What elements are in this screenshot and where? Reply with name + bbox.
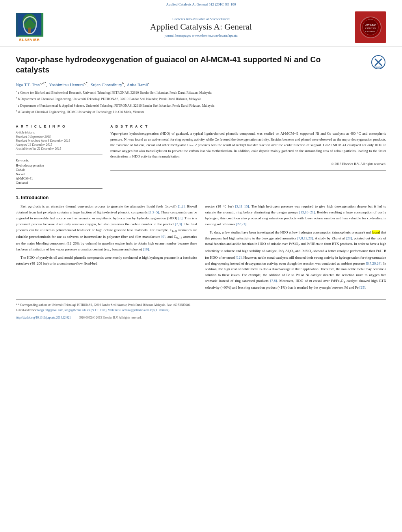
footer-bottom: http://dx.doi.org/10.1016/j.apcata.2015.… (16, 316, 386, 319)
ref-13-16-21[interactable]: [13,16–21] (299, 210, 315, 214)
keyword-4: Guaiacol (16, 181, 102, 185)
ref-6[interactable]: [6] (179, 216, 183, 220)
author-sujan: Sujan Chowdhury (91, 82, 122, 87)
abstract-col: A B S T R A C T Vapor-phase hydrodeoxyge… (110, 121, 386, 189)
journal-title-center: Contents lists available at ScienceDirec… (47, 17, 355, 37)
section-title-1: 1. Introduction (16, 195, 386, 200)
ref-22-23[interactable]: [22,23] (236, 222, 246, 226)
revised-date: Received in revised form 8 December 2015 (16, 139, 102, 143)
email-note: E-mail addresses: tonga.tnt@gmail.com, t… (16, 308, 386, 312)
body-col-left: Fast pyrolysis is an attractive thermal … (16, 204, 197, 293)
affiliations-section: a a Centre for Biofuel and Biochemical R… (16, 89, 386, 115)
ref-3-11-15[interactable]: [3,11–15] (235, 204, 249, 208)
elsevier-tree-icon (18, 14, 41, 35)
intro-para-1: Fast pyrolysis is an attractive thermal … (16, 204, 197, 252)
received-date: Received 3 September 2015 (16, 135, 102, 139)
introduction-section: 1. Introduction Fast pyrolysis is an att… (16, 195, 386, 293)
ref-12[interactable]: [12] (236, 256, 242, 260)
article-history: Article history: Received 3 September 20… (16, 131, 102, 150)
journal-header: ELSEVIER Contents lists available at Sci… (0, 8, 402, 46)
keywords-section: Keywords: Hydrodeoxygenation Cobalt Nick… (16, 159, 102, 185)
homepage-url[interactable]: www.elsevier.com/locate/apcata (192, 33, 238, 37)
article-info-header: A R T I C L E I N F O (16, 124, 102, 128)
accepted-date: Accepted 18 December 2015 (16, 143, 102, 146)
page-wrapper: Applied Catalysis A: General 512 (2016) … (0, 0, 402, 532)
catalysis-logo-icon: APPLIED CATALYSIS A: GENERAL (362, 19, 380, 36)
body-two-col: Fast pyrolysis is an attractive thermal … (16, 204, 386, 293)
content-lists-text: Contents lists available at ScienceDirec… (47, 17, 355, 21)
crossmark-icon: CrossMark (371, 55, 385, 69)
svg-text:CrossMark: CrossMark (374, 66, 383, 68)
doi-link[interactable]: http://dx.doi.org/10.1016/j.apcata.2015.… (16, 316, 71, 319)
keyword-3: Al-MCM-41 (16, 176, 102, 180)
ref-7-8[interactable]: [7,8] (175, 222, 182, 226)
abstract-text: Vapor-phase hydrodeoxygenation (HDO) of … (110, 131, 386, 167)
author-anita: Anita Ramli (127, 82, 148, 87)
journal-citation-bar: Applied Catalysis A: General 512 (2016) … (0, 0, 402, 7)
ref-6-7-20-24[interactable]: [6,7,20,24] (366, 261, 382, 265)
keyword-0: Hydrodeoxygenation (16, 163, 102, 167)
article-title-section: Vapor-phase hydrodeoxygenation of guaiac… (16, 54, 386, 77)
ref-7-8-12-23[interactable]: [7,8,12,23] (297, 236, 313, 240)
intro-para-4: To date, a few studies have been investi… (205, 230, 386, 291)
crossmark-logo[interactable]: CrossMark (370, 54, 386, 70)
affiliation-b: b b Department of Chemical Engineering, … (16, 96, 386, 102)
main-content: Vapor-phase hydrodeoxygenation of guaiac… (0, 46, 402, 327)
author-nga: Nga T.T. Tran (16, 82, 40, 87)
ref-7-8-b[interactable]: [7,8] (270, 279, 277, 283)
svg-line-4 (30, 18, 35, 24)
abstract-header: A B S T R A C T (110, 124, 386, 128)
keyword-2: Nickel (16, 172, 102, 176)
svg-rect-0 (18, 14, 41, 35)
svg-text:CATALYSIS: CATALYSIS (365, 27, 376, 30)
svg-point-1 (22, 14, 37, 30)
svg-line-3 (24, 18, 30, 24)
ref-1-2[interactable]: [1,2] (178, 204, 184, 208)
found-highlight: found (372, 230, 380, 234)
author-yoshimitsu: Yoshimitsu Uemura (49, 82, 84, 87)
info-abstract-row: A R T I C L E I N F O Article history: R… (16, 121, 386, 189)
history-title: Article history: (16, 131, 102, 134)
journal-citation: Applied Catalysis A: General 512 (2016) … (166, 2, 236, 6)
affiliation-c: c c Department of Fundamental & Applied … (16, 102, 386, 108)
homepage-line: journal homepage: www.elsevier.com/locat… (47, 33, 355, 37)
sciencedirect-link[interactable]: ScienceDirect (210, 17, 229, 21)
article-info-col: A R T I C L E I N F O Article history: R… (16, 121, 102, 189)
affiliation-d: d d Faculty of Chemical Engineering, HCM… (16, 109, 386, 115)
svg-text:A: GENERAL: A: GENERAL (365, 31, 376, 33)
ref-23[interactable]: [23] (346, 236, 352, 240)
ref-10[interactable]: [10] (143, 247, 149, 251)
ref-1-3-5[interactable]: [1,3–5] (149, 210, 159, 214)
intro-para-2: The HDO of pyrolysis oil and model pheno… (16, 255, 197, 267)
footer-notes: * * Corresponding authors at: Universiti… (16, 299, 386, 313)
corresponding-author-note: * * Corresponding authors at: Universiti… (16, 303, 386, 307)
keywords-title: Keywords: (16, 159, 102, 162)
svg-text:APPLIED: APPLIED (365, 24, 376, 26)
affiliation-a: a a Centre for Biofuel and Biochemical R… (16, 89, 386, 95)
journal-main-title: Applied Catalysis A: General (47, 22, 355, 32)
issn-text: 0926-860X/© 2015 Elsevier B.V. All right… (79, 316, 142, 319)
authors-section: Nga T.T. Trana,d,*, Yoshimitsu Uemuraa,*… (16, 82, 386, 87)
ref-25[interactable]: [25] (359, 285, 365, 289)
svg-rect-2 (28, 28, 31, 33)
ref-9[interactable]: [9] (161, 235, 166, 239)
abstract-box: A B S T R A C T Vapor-phase hydrodeoxyge… (110, 121, 386, 171)
available-date: Available online 22 December 2015 (16, 147, 102, 150)
catalysis-logo-circle: APPLIED CATALYSIS A: GENERAL (360, 17, 382, 38)
elsevier-logo-box (16, 13, 43, 37)
info-divider (16, 154, 102, 155)
intro-para-3: reactor (10–40 bar) [3,11–15]. The high … (205, 204, 386, 227)
article-info-box: A R T I C L E I N F O Article history: R… (16, 121, 102, 189)
catalysis-logo: APPLIED CATALYSIS A: GENERAL (355, 11, 386, 43)
email-link[interactable]: tonga.tnt@gmail.com, tonga@hcmut.edu.vn … (37, 308, 170, 312)
article-title: Vapor-phase hydrodeoxygenation of guaiac… (16, 54, 339, 75)
copyright-notice: © 2015 Elsevier B.V. All rights reserved… (110, 161, 386, 167)
keyword-1: Cobalt (16, 168, 102, 172)
elsevier-logo: ELSEVIER (12, 13, 47, 42)
elsevier-brand-text: ELSEVIER (19, 38, 40, 42)
body-col-right: reactor (10–40 bar) [3,11–15]. The high … (205, 204, 386, 293)
